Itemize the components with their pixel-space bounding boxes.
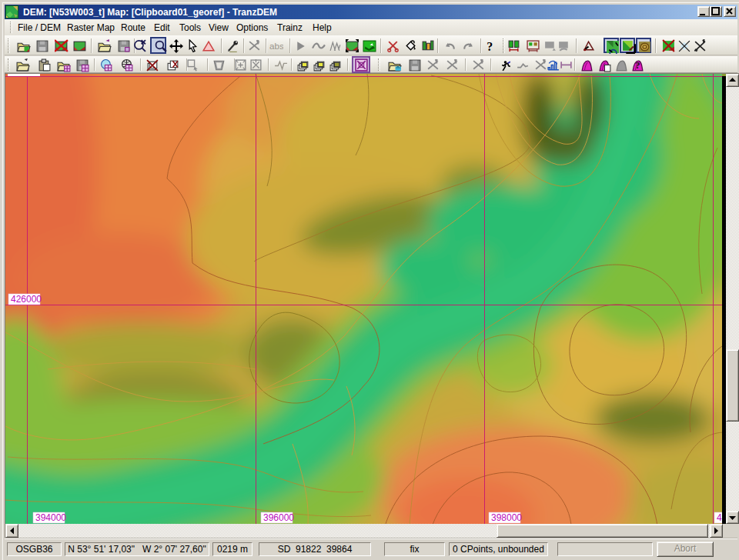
svg-text:4: 4	[717, 512, 722, 523]
svg-text:abs: abs	[269, 41, 283, 51]
svg-text:394000: 394000	[35, 512, 66, 523]
svg-text:398000: 398000	[491, 512, 522, 523]
svg-text:?: ?	[635, 60, 640, 71]
svg-text:?: ?	[487, 40, 493, 53]
svg-text:396000: 396000	[263, 512, 294, 523]
svg-text:426000: 426000	[11, 294, 42, 305]
